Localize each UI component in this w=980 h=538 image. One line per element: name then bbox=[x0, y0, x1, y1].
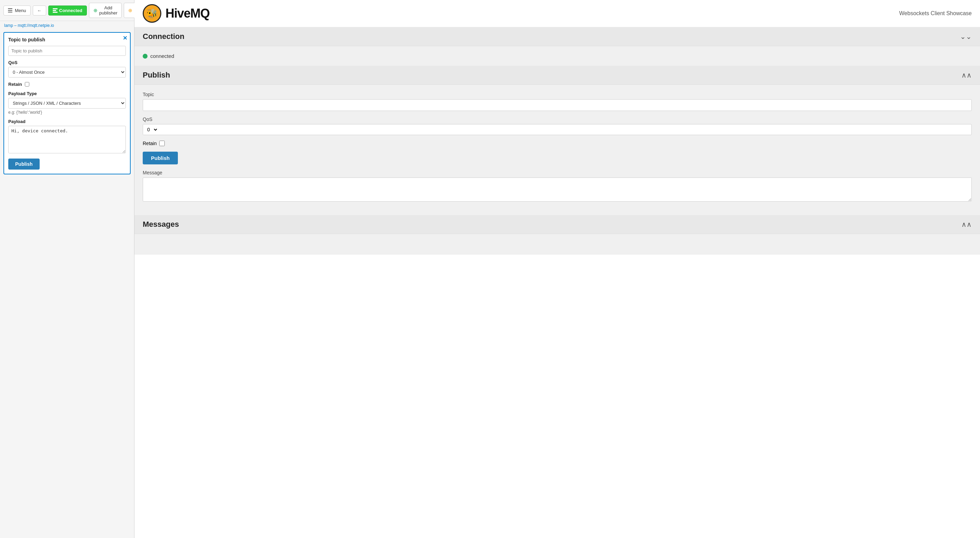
right-qos-select-wrapper: 0 bbox=[143, 124, 972, 135]
publish-section: Publish ∧∧ Topic QoS 0 R bbox=[134, 66, 980, 215]
publish-section-body: Topic QoS 0 Retain Publish bbox=[134, 85, 980, 215]
publisher-card: ✕ Topic to publish QoS 0 - Almost Once R… bbox=[3, 32, 130, 174]
topic-form-group bbox=[8, 46, 126, 56]
status-dot bbox=[143, 54, 148, 59]
right-panel: 🐝 HiveMQ Websockets Client Showcase Conn… bbox=[134, 0, 980, 538]
right-publish-button[interactable]: Publish bbox=[143, 152, 178, 164]
payload-textarea[interactable]: Hi, device connected. bbox=[8, 126, 126, 153]
right-qos-form-group: QoS 0 bbox=[143, 116, 972, 135]
qos-label: QoS bbox=[8, 60, 126, 65]
connection-status-row: connected bbox=[143, 53, 972, 59]
right-retain-label: Retain bbox=[143, 141, 156, 146]
right-qos-label: QoS bbox=[143, 116, 972, 122]
right-qos-select[interactable]: 0 bbox=[143, 124, 158, 135]
menu-label: Menu bbox=[15, 8, 26, 13]
left-publish-button[interactable]: Publish bbox=[8, 159, 40, 170]
messages-section: Messages ∧∧ bbox=[134, 215, 980, 255]
payload-form-group: Payload Hi, device connected. bbox=[8, 119, 126, 154]
connection-collapse-button[interactable]: ⌄⌄ bbox=[960, 32, 972, 41]
right-message-textarea[interactable] bbox=[143, 178, 972, 202]
messages-chevron-up-icon: ∧∧ bbox=[961, 221, 972, 228]
messages-section-header: Messages ∧∧ bbox=[134, 215, 980, 234]
messages-section-title: Messages bbox=[143, 220, 179, 229]
messages-collapse-button[interactable]: ∧∧ bbox=[961, 220, 972, 229]
add-subscriber-icon: ⊕ bbox=[128, 8, 132, 13]
chevron-down-icon: ⌄⌄ bbox=[960, 33, 972, 40]
connection-section-header: Connection ⌄⌄ bbox=[134, 27, 980, 46]
add-publisher-button[interactable]: ⊕ Add publisher bbox=[89, 3, 122, 18]
close-icon[interactable]: ✕ bbox=[123, 35, 127, 41]
connection-section-body: connected bbox=[134, 46, 980, 66]
retain-label: Retain bbox=[8, 82, 22, 87]
qos-select[interactable]: 0 - Almost Once bbox=[8, 67, 126, 78]
payload-type-select[interactable]: Strings / JSON / XML / Characters bbox=[8, 98, 126, 108]
publish-section-title: Publish bbox=[143, 71, 170, 80]
right-topic-form-group: Topic bbox=[143, 92, 972, 111]
back-button[interactable]: ← bbox=[33, 5, 46, 16]
payload-type-label: Payload Type bbox=[8, 91, 126, 96]
card-title: Topic to publish bbox=[8, 37, 126, 42]
signal-icon bbox=[53, 8, 57, 13]
hint-text: e.g: {'hello':'world'} bbox=[8, 110, 126, 115]
hamburger-icon bbox=[8, 8, 13, 13]
menu-button[interactable]: Menu bbox=[3, 5, 31, 16]
publish-collapse-button[interactable]: ∧∧ bbox=[961, 71, 972, 79]
connected-button[interactable]: Connected bbox=[48, 5, 87, 16]
left-panel: Menu ← Connected ⊕ Add publisher ⊕ Add s… bbox=[0, 0, 134, 538]
right-topic-label: Topic bbox=[143, 92, 972, 97]
add-publisher-label: Add publisher bbox=[99, 5, 118, 16]
logo-circle: 🐝 bbox=[143, 4, 161, 23]
qos-form-group: QoS 0 - Almost Once bbox=[8, 60, 126, 78]
retain-checkbox[interactable] bbox=[25, 82, 29, 86]
connection-status-text: connected bbox=[150, 53, 174, 59]
back-arrow-icon: ← bbox=[37, 8, 42, 13]
right-topic-input[interactable] bbox=[143, 99, 972, 111]
messages-body bbox=[134, 234, 980, 255]
breadcrumb: lamp – mqtt://mqtt.netpie.io bbox=[0, 21, 134, 30]
payload-type-form-group: Payload Type Strings / JSON / XML / Char… bbox=[8, 91, 126, 115]
chevron-up-icon: ∧∧ bbox=[961, 72, 972, 79]
publish-section-header: Publish ∧∧ bbox=[134, 66, 980, 85]
topic-input[interactable] bbox=[8, 46, 126, 56]
retain-row: Retain bbox=[8, 82, 126, 87]
payload-label: Payload bbox=[8, 119, 126, 124]
right-retain-checkbox[interactable] bbox=[159, 141, 165, 146]
hivemq-brand-text: HiveMQ bbox=[165, 6, 210, 21]
hivemq-subtitle: Websockets Client Showcase bbox=[899, 10, 972, 16]
connection-section: Connection ⌄⌄ connected bbox=[134, 27, 980, 66]
hivemq-logo: 🐝 HiveMQ bbox=[143, 4, 210, 23]
toolbar: Menu ← Connected ⊕ Add publisher ⊕ Add s… bbox=[0, 0, 134, 21]
connected-label: Connected bbox=[59, 8, 83, 13]
add-publisher-icon: ⊕ bbox=[94, 8, 97, 13]
hivemq-header: 🐝 HiveMQ Websockets Client Showcase bbox=[134, 0, 980, 27]
right-message-label: Message bbox=[143, 170, 972, 175]
bee-icon: 🐝 bbox=[146, 8, 158, 19]
breadcrumb-text: lamp – mqtt://mqtt.netpie.io bbox=[4, 23, 54, 28]
right-message-form-group: Message bbox=[143, 170, 972, 203]
connection-section-title: Connection bbox=[143, 32, 185, 41]
right-retain-row: Retain bbox=[143, 141, 972, 146]
